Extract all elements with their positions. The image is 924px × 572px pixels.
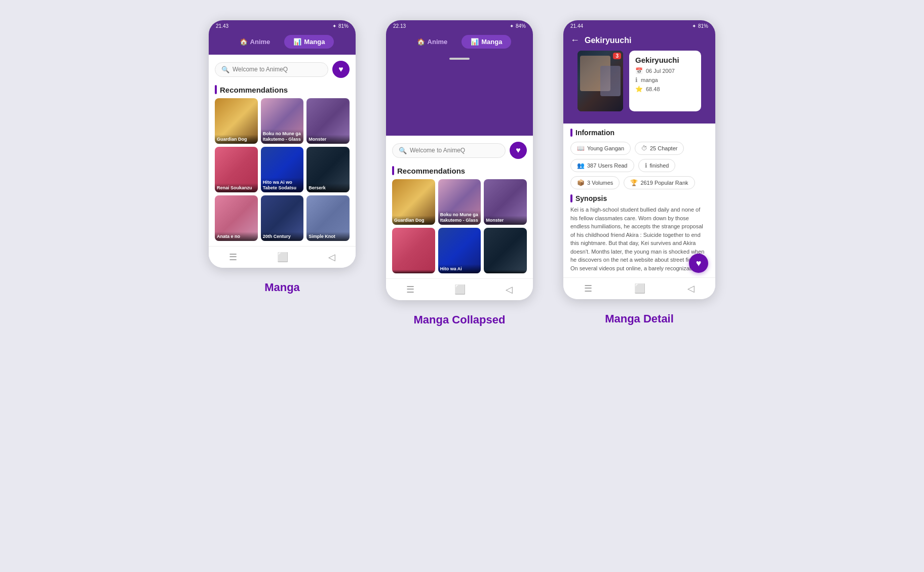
info-chips: 📖 Young Gangan ⏱ 25 Chapter 👥 387 Users …	[570, 142, 708, 189]
search-area-collapsed: 🔍 ♥	[386, 136, 533, 162]
back-icon[interactable]: ←	[570, 35, 580, 46]
status-icons-detail: ✦ 81%	[692, 23, 708, 29]
manga-card-c1[interactable]: Guardian Dog	[392, 179, 435, 225]
manga-grid-collapsed: Guardian Dog Boku no Mune ga Itakutemo -…	[386, 177, 533, 278]
manga-grid: Guardian Dog Boku no Mune ga Itakutemo -…	[209, 96, 356, 246]
favorite-button-collapsed[interactable]: ♥	[510, 142, 527, 159]
status-bar-collapsed: 22.13 ✦ 84%	[386, 20, 533, 31]
manga-card-4[interactable]: Renai Soukanzu	[215, 147, 258, 192]
status-bar-detail: 21.44 ✦ 81%	[563, 20, 715, 31]
manga-card-label-2: Boku no Mune ga Itakutemo - Glass	[261, 129, 304, 144]
detail-type: manga	[641, 77, 658, 83]
calendar-icon: 📅	[635, 67, 643, 74]
home-nav-icon-collapsed[interactable]: ⬜	[454, 284, 466, 295]
detail-rating-row: ⭐ 68.48	[635, 86, 695, 93]
synopsis-title: Synopsis	[570, 194, 708, 202]
manga-card-label-6: Berserk	[306, 183, 350, 192]
manga-collapsed-screen-label: Manga Collapsed	[414, 313, 506, 326]
manga-card-1[interactable]: Guardian Dog	[215, 98, 258, 144]
manga-card-label-5: Hito wa Ai wo Tabete Sodatsu	[261, 178, 304, 192]
tab-manga-label: Manga	[304, 38, 325, 46]
bottom-nav-detail: ☰ ⬜ ◁	[563, 277, 715, 299]
manga-card-label-c2: Boku no Mune ga Itakutemo - Glass	[438, 210, 481, 225]
search-input-manga[interactable]	[233, 66, 322, 73]
status-icons-manga: ✦ 81%	[332, 23, 349, 29]
detail-manga-title: Gekiryuuchi	[635, 56, 695, 64]
manga-card-9[interactable]: Simple Knot	[306, 195, 350, 241]
timer-icon: ⏱	[641, 145, 647, 152]
tab-anime-manga[interactable]: 🏠 Anime	[230, 35, 280, 49]
synopsis-text: Kei is a high-school student bullied dai…	[570, 206, 708, 272]
manga-card-8[interactable]: 20th Century	[261, 195, 304, 241]
manga-card-label-c1: Guardian Dog	[392, 216, 435, 225]
manga-card-7[interactable]: Anata e no	[215, 195, 258, 241]
tab-anime-label-collapsed: Anime	[428, 38, 448, 46]
nav-tabs-collapsed: 🏠 Anime 📊 Manga	[386, 31, 533, 55]
manga-card-5[interactable]: Hito wa Ai wo Tabete Sodatsu	[261, 147, 304, 192]
chip-label-5: 2619 Popular Rank	[640, 180, 688, 186]
manga-card-3[interactable]: Monster	[306, 98, 350, 144]
detail-rating: 68.48	[646, 86, 660, 92]
manga-collapsed-phone: 22.13 ✦ 84% 🏠 Anime 📊 Manga 🔍	[386, 20, 533, 300]
collapsed-purple-area	[386, 55, 533, 136]
manga-card-c5[interactable]: Hito wa Ai	[438, 228, 481, 273]
manga-card-label-9: Simple Knot	[306, 232, 350, 241]
tab-manga-collapsed[interactable]: 📊 Manga	[461, 35, 511, 49]
search-icon-manga: 🔍	[221, 66, 229, 73]
chip-label-1: 25 Chapter	[650, 145, 677, 151]
favorite-button-manga[interactable]: ♥	[332, 61, 350, 78]
detail-date: 06 Jul 2007	[646, 68, 675, 74]
chip-young-gangan[interactable]: 📖 Young Gangan	[570, 142, 631, 155]
fab-heart-button[interactable]: ♥	[689, 254, 708, 273]
time-manga: 21.43	[216, 23, 228, 29]
manga-card-label-4: Renai Soukanzu	[215, 183, 258, 192]
nav-tabs-manga: 🏠 Anime 📊 Manga	[209, 31, 356, 55]
back-nav-icon-manga[interactable]: ◁	[328, 252, 335, 263]
manga-card-label-1: Guardian Dog	[215, 135, 258, 144]
home-nav-icon-detail[interactable]: ⬜	[634, 283, 645, 294]
search-wrap-collapsed: 🔍	[392, 143, 506, 158]
home-icon: 🏠	[240, 38, 248, 46]
search-input-collapsed[interactable]	[410, 147, 499, 154]
chip-volumes[interactable]: 📦 3 Volumes	[570, 176, 620, 189]
chart-icon-collapsed: 📊	[471, 38, 479, 46]
chart-icon: 📊	[293, 38, 301, 46]
recommendations-title-manga: Recommendations	[209, 81, 356, 96]
manga-card-label-c3: Monster	[484, 216, 527, 225]
battery-manga: 81%	[338, 23, 349, 29]
battery-detail: 81%	[698, 23, 708, 29]
search-area-manga: 🔍 ♥	[209, 55, 356, 81]
tab-manga-manga[interactable]: 📊 Manga	[284, 35, 334, 49]
chip-chapter[interactable]: ⏱ 25 Chapter	[635, 142, 684, 155]
chip-label-2: 387 Users Read	[587, 162, 628, 169]
chip-finished[interactable]: ℹ finished	[638, 159, 676, 172]
tab-anime-collapsed[interactable]: 🏠 Anime	[408, 35, 457, 49]
manga-card-6[interactable]: Berserk	[306, 147, 350, 192]
time-collapsed: 22.13	[393, 23, 406, 29]
detail-header: ← Gekiryuuchi 3 Gekiryuuchi 📅	[563, 31, 715, 124]
hamburger-icon-manga[interactable]: ☰	[229, 252, 237, 263]
home-nav-icon-manga[interactable]: ⬜	[277, 252, 288, 263]
manga-card-c2[interactable]: Boku no Mune ga Itakutemo - Glass	[438, 179, 481, 225]
manga-card-c3[interactable]: Monster	[484, 179, 527, 225]
tab-manga-label-collapsed: Manga	[481, 38, 502, 46]
chip-users-read[interactable]: 👥 387 Users Read	[570, 159, 634, 172]
bottom-nav-manga: ☰ ⬜ ◁	[209, 246, 356, 268]
manga-card-c6[interactable]	[484, 228, 527, 273]
manga-card-2[interactable]: Boku no Mune ga Itakutemo - Glass	[261, 98, 304, 144]
back-nav-icon-collapsed[interactable]: ◁	[506, 284, 513, 295]
chip-popular-rank[interactable]: 🏆 2619 Popular Rank	[624, 176, 695, 189]
search-icon-collapsed: 🔍	[399, 147, 407, 154]
manga-card-label-c6	[484, 270, 527, 273]
detail-cover: 3	[578, 51, 623, 111]
nav-icon: ✦	[332, 23, 336, 29]
time-detail: 21.44	[570, 23, 583, 29]
back-nav-icon-detail[interactable]: ◁	[687, 283, 695, 294]
manga-card-c4[interactable]	[392, 228, 435, 273]
hamburger-icon-collapsed[interactable]: ☰	[406, 284, 414, 295]
manga-screen-wrapper: 21.43 ✦ 81% 🏠 Anime 📊 Manga 🔍 ♥	[209, 20, 356, 294]
hamburger-icon-detail[interactable]: ☰	[584, 283, 592, 294]
users-icon: 👥	[577, 162, 585, 169]
detail-title-header: Gekiryuuchi	[585, 36, 631, 45]
manga-detail-screen-wrapper: 21.44 ✦ 81% ← Gekiryuuchi 3	[563, 20, 715, 325]
